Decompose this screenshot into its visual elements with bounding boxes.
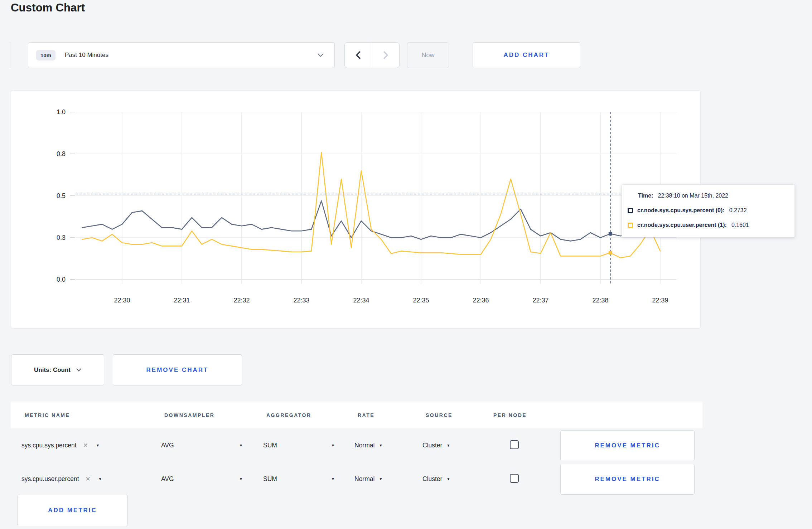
source-select[interactable]: Cluster ▼ bbox=[422, 442, 490, 449]
tooltip-time-label: Time: bbox=[638, 193, 653, 199]
tooltip-series-row: cr.node.sys.cpu.user.percent (1): 0.1601 bbox=[628, 222, 785, 228]
y-tick-label: 0.3 bbox=[57, 234, 66, 241]
now-button[interactable]: Now bbox=[407, 42, 449, 68]
hover-dot-user bbox=[609, 251, 612, 254]
time-window-dropdown[interactable]: 10m Past 10 Minutes bbox=[28, 42, 335, 68]
column-header-rate: RATE bbox=[354, 412, 422, 418]
caret-down-icon: ▼ bbox=[446, 443, 450, 447]
next-range-button[interactable] bbox=[372, 43, 400, 68]
time-window-badge: 10m bbox=[36, 50, 55, 60]
tooltip-series-row: cr.node.sys.cpu.sys.percent (0): 0.2732 bbox=[628, 207, 785, 214]
y-tick-label: 0.8 bbox=[57, 150, 66, 157]
chart-tooltip: Time: 22:38:10 on Mar 15th, 2022 cr.node… bbox=[622, 184, 795, 237]
chevron-down-icon bbox=[76, 368, 81, 372]
series-line-sys bbox=[82, 201, 660, 241]
column-header-per-node: PER NODE bbox=[490, 412, 560, 418]
x-tick-label: 22:32 bbox=[233, 297, 250, 304]
time-window-label: Past 10 Minutes bbox=[65, 52, 108, 59]
tooltip-series-name: cr.node.sys.cpu.sys.percent (0): bbox=[637, 207, 725, 214]
y-tick-label: 1.0 bbox=[57, 108, 66, 116]
metric-name-select[interactable]: sys.cpu.user.percent ✕ ▼ bbox=[21, 475, 161, 483]
per-node-checkbox[interactable] bbox=[510, 440, 519, 449]
prev-range-button[interactable] bbox=[345, 43, 372, 68]
per-node-checkbox[interactable] bbox=[510, 474, 519, 483]
tooltip-time-value: 22:38:10 on Mar 15th, 2022 bbox=[658, 193, 728, 199]
x-tick-label: 22:36 bbox=[473, 297, 489, 304]
timeseries-chart[interactable]: 0.00.30.50.81.022:3022:3122:3222:3322:34… bbox=[11, 91, 701, 329]
x-tick-label: 22:31 bbox=[174, 297, 190, 304]
chevron-down-icon bbox=[318, 52, 324, 58]
caret-down-icon: ▼ bbox=[98, 477, 102, 481]
y-tick-label: 0.5 bbox=[57, 192, 66, 199]
caret-down-icon: ▼ bbox=[331, 477, 335, 481]
tooltip-series-name: cr.node.sys.cpu.user.percent (1): bbox=[637, 222, 727, 228]
x-tick-label: 22:35 bbox=[413, 297, 429, 304]
x-tick-label: 22:30 bbox=[114, 297, 130, 304]
rate-select[interactable]: Normal ▼ bbox=[354, 475, 422, 483]
remove-chart-button[interactable]: REMOVE CHART bbox=[113, 354, 242, 385]
column-header-source: SOURCE bbox=[422, 412, 490, 418]
caret-down-icon: ▼ bbox=[331, 443, 335, 447]
source-select[interactable]: Cluster ▼ bbox=[422, 475, 490, 483]
aggregator-select[interactable]: SUM ▼ bbox=[263, 442, 335, 449]
clear-metric-icon[interactable]: ✕ bbox=[83, 442, 88, 449]
caret-down-icon: ▼ bbox=[379, 477, 382, 481]
clear-metric-icon[interactable]: ✕ bbox=[86, 475, 91, 483]
caret-down-icon: ▼ bbox=[446, 477, 450, 481]
x-tick-label: 22:34 bbox=[353, 297, 369, 304]
caret-down-icon: ▼ bbox=[239, 443, 243, 447]
hover-dot-sys bbox=[609, 232, 612, 236]
add-chart-button[interactable]: ADD CHART bbox=[473, 42, 580, 68]
x-tick-label: 22:38 bbox=[592, 297, 608, 304]
series-user-swatch-icon bbox=[628, 223, 633, 228]
table-row: sys.cpu.sys.percent ✕ ▼ AVG ▼ SUM ▼ Norm… bbox=[11, 428, 702, 462]
column-header-aggregator: AGGREGATOR bbox=[263, 412, 354, 418]
caret-down-icon: ▼ bbox=[379, 443, 382, 447]
series-line-user bbox=[82, 152, 660, 258]
rate-select[interactable]: Normal ▼ bbox=[354, 442, 422, 449]
remove-metric-button[interactable]: REMOVE METRIC bbox=[560, 430, 695, 461]
metric-name-select[interactable]: sys.cpu.sys.percent ✕ ▼ bbox=[21, 442, 161, 449]
add-metric-button[interactable]: ADD METRIC bbox=[17, 495, 128, 526]
remove-metric-button[interactable]: REMOVE METRIC bbox=[560, 464, 695, 495]
tooltip-series-value: 0.2732 bbox=[729, 207, 747, 214]
caret-down-icon: ▼ bbox=[96, 443, 100, 447]
x-tick-label: 22:33 bbox=[293, 297, 309, 304]
tooltip-series-value: 0.1601 bbox=[731, 222, 749, 228]
time-range-pager bbox=[344, 42, 400, 68]
x-tick-label: 22:37 bbox=[532, 297, 548, 304]
units-label: Units: Count bbox=[34, 367, 71, 374]
x-tick-label: 22:39 bbox=[652, 297, 668, 304]
page-title: Custom Chart bbox=[11, 1, 85, 14]
metrics-table-header: METRIC NAME DOWNSAMPLER AGGREGATOR RATE … bbox=[11, 402, 702, 428]
column-header-metric-name: METRIC NAME bbox=[21, 412, 161, 418]
chart-card: 0.00.30.50.81.022:3022:3122:3222:3322:34… bbox=[11, 90, 701, 329]
table-row: sys.cpu.user.percent ✕ ▼ AVG ▼ SUM ▼ Nor… bbox=[11, 462, 702, 496]
toolbar-divider bbox=[10, 42, 10, 68]
series-sys-swatch-icon bbox=[628, 208, 633, 213]
units-select[interactable]: Units: Count bbox=[11, 354, 104, 385]
caret-down-icon: ▼ bbox=[239, 477, 243, 481]
column-header-downsampler: DOWNSAMPLER bbox=[161, 412, 263, 418]
tooltip-time-row: Time: 22:38:10 on Mar 15th, 2022 bbox=[638, 193, 785, 199]
aggregator-select[interactable]: SUM ▼ bbox=[263, 475, 335, 483]
y-tick-label: 0.0 bbox=[57, 276, 66, 283]
downsampler-select[interactable]: AVG ▼ bbox=[161, 442, 243, 449]
downsampler-select[interactable]: AVG ▼ bbox=[161, 475, 243, 483]
